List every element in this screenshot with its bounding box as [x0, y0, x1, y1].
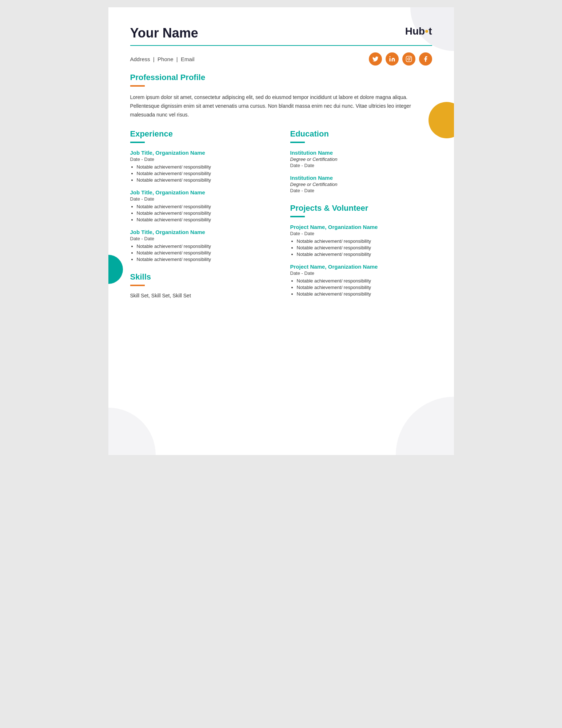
projects-underline: [290, 216, 305, 217]
institution-1: Institution Name: [290, 150, 432, 156]
header: Your Name Hubt: [130, 25, 432, 41]
achievement: Notable achievement/ responsibility: [137, 171, 272, 176]
profile-text: Lorem ipsum dolor sit amet, consectetur …: [130, 93, 432, 119]
achievement: Notable achievement/ responsibility: [137, 217, 272, 222]
svg-point-3: [410, 57, 411, 58]
achievement: Notable achievement/ responsibility: [137, 257, 272, 262]
job-achievements-2: Notable achievement/ responsibility Nota…: [130, 204, 272, 222]
profile-title: Professional Profile: [130, 73, 432, 82]
achievement: Notable achievement/ responsibility: [137, 244, 272, 249]
job-date-2: Date - Date: [130, 196, 272, 202]
project-achievements-2: Notable achievement/ responsibility Nota…: [290, 278, 432, 297]
deco-bottom-right: [396, 397, 454, 455]
job-achievements-3: Notable achievement/ responsibility Nota…: [130, 244, 272, 262]
project-title-1: Project Name, Organization Name: [290, 224, 432, 230]
achievement: Notable achievement/ responsibility: [137, 164, 272, 170]
job-title-3: Job Title, Organization Name: [130, 229, 272, 235]
achievement: Notable achievement/ responsibility: [137, 250, 272, 256]
project-date-2: Date - Date: [290, 270, 432, 276]
profile-section: Professional Profile Lorem ipsum dolor s…: [130, 73, 432, 119]
achievement: Notable achievement/ responsibility: [137, 177, 272, 183]
address: Address: [130, 56, 150, 62]
instagram-icon[interactable]: [402, 52, 415, 66]
skills-title: Skills: [130, 272, 272, 282]
experience-item-2: Job Title, Organization Name Date - Date…: [130, 189, 272, 222]
left-column: Experience Job Title, Organization Name …: [130, 129, 272, 303]
deco-teal-shape: [108, 255, 123, 284]
education-item-2: Institution Name Degree or Certification…: [290, 175, 432, 193]
experience-item-3: Job Title, Organization Name Date - Date…: [130, 229, 272, 262]
achievement: Notable achievement/ responsibility: [297, 238, 432, 244]
degree-2: Degree or Certification: [290, 182, 432, 187]
edu-date-2: Date - Date: [290, 188, 432, 193]
social-icons: [369, 52, 432, 66]
achievement: Notable achievement/ responsibility: [297, 252, 432, 257]
deco-yellow-circle: [429, 102, 454, 138]
profile-underline: [130, 85, 145, 87]
hubspot-dot: [425, 30, 428, 33]
achievement: Notable achievement/ responsibility: [137, 210, 272, 216]
contact-info: Address | Phone | Email: [130, 56, 195, 62]
job-date-3: Date - Date: [130, 236, 272, 241]
experience-item-1: Job Title, Organization Name Date - Date…: [130, 150, 272, 183]
projects-section: Projects & Volunteer Project Name, Organ…: [290, 203, 432, 297]
achievement: Notable achievement/ responsibility: [297, 285, 432, 290]
job-date-1: Date - Date: [130, 157, 272, 162]
project-date-1: Date - Date: [290, 231, 432, 236]
svg-point-0: [389, 56, 390, 58]
contact-social-row: Address | Phone | Email: [130, 52, 432, 66]
job-title-2: Job Title, Organization Name: [130, 189, 272, 195]
edu-date-1: Date - Date: [290, 163, 432, 168]
achievement: Notable achievement/ responsibility: [137, 204, 272, 209]
job-title-1: Job Title, Organization Name: [130, 150, 272, 156]
skills-text: Skill Set, Skill Set, Skill Set: [130, 293, 272, 298]
achievement: Notable achievement/ responsibility: [297, 245, 432, 250]
svg-point-2: [408, 58, 410, 60]
candidate-name: Your Name: [130, 25, 198, 41]
project-item-2: Project Name, Organization Name Date - D…: [290, 264, 432, 297]
skills-section: Skills Skill Set, Skill Set, Skill Set: [130, 272, 272, 298]
project-achievements-1: Notable achievement/ responsibility Nota…: [290, 238, 432, 257]
education-title: Education: [290, 129, 432, 139]
degree-1: Degree or Certification: [290, 157, 432, 162]
hubspot-logo: Hubt: [405, 25, 432, 37]
svg-rect-1: [406, 56, 411, 62]
email: Email: [181, 56, 195, 62]
resume-page: Your Name Hubt Address | Phone | Email: [108, 7, 454, 455]
header-divider: [130, 45, 432, 46]
facebook-icon[interactable]: [419, 52, 432, 66]
experience-title: Experience: [130, 129, 272, 139]
two-column-layout: Experience Job Title, Organization Name …: [130, 129, 432, 303]
experience-underline: [130, 142, 145, 143]
projects-title: Projects & Volunteer: [290, 203, 432, 213]
deco-bottom-left: [108, 408, 156, 455]
twitter-icon[interactable]: [369, 52, 382, 66]
linkedin-icon[interactable]: [386, 52, 399, 66]
achievement: Notable achievement/ responsibility: [297, 278, 432, 284]
job-achievements-1: Notable achievement/ responsibility Nota…: [130, 164, 272, 183]
institution-2: Institution Name: [290, 175, 432, 181]
phone: Phone: [158, 56, 173, 62]
right-column: Education Institution Name Degree or Cer…: [290, 129, 432, 303]
achievement: Notable achievement/ responsibility: [297, 291, 432, 297]
project-title-2: Project Name, Organization Name: [290, 264, 432, 270]
education-item-1: Institution Name Degree or Certification…: [290, 150, 432, 168]
project-item-1: Project Name, Organization Name Date - D…: [290, 224, 432, 257]
education-underline: [290, 142, 305, 143]
skills-underline: [130, 285, 145, 286]
